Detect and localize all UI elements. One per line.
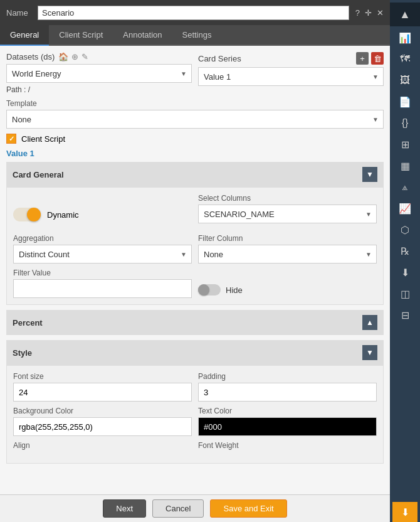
value1-label: Value 1: [6, 149, 384, 158]
datasets-select[interactable]: World Energy: [6, 64, 192, 83]
client-script-checkbox[interactable]: [6, 134, 16, 144]
card-general-header[interactable]: Card General ▼: [6, 162, 384, 187]
bg-color-label: Background Color: [13, 407, 192, 415]
select-columns-select[interactable]: SCENARIO_NAME: [198, 205, 377, 223]
close-icon[interactable]: ✕: [377, 8, 384, 18]
footer: Next Cancel Save and Exit: [0, 494, 390, 522]
text-color-label: Text Color: [198, 407, 377, 415]
datasets-label: Datasets (ds): [6, 52, 55, 61]
home-icon[interactable]: 🏠: [58, 52, 68, 61]
client-script-label: Client Script: [21, 134, 65, 144]
sidebar-doc-icon[interactable]: 📄: [392, 92, 417, 112]
name-input[interactable]: [38, 6, 349, 20]
text-color-input[interactable]: [198, 417, 377, 436]
sidebar-arrow-icon: ▲: [399, 8, 411, 21]
select-columns-label: Select Columns: [198, 194, 377, 203]
padding-label: Padding: [198, 372, 377, 381]
card-series-select[interactable]: Value 1: [198, 67, 384, 86]
path-display: Path : /: [6, 85, 192, 94]
tab-settings[interactable]: Settings: [172, 25, 222, 46]
aggregation-select[interactable]: Distinct Count: [13, 245, 192, 264]
percent-header[interactable]: Percent ▲: [6, 310, 384, 335]
sidebar-hierarchy-icon[interactable]: ⟁: [392, 177, 417, 197]
card-general-content: Dynamic Select Columns SCENARIO_NAME Agg…: [6, 187, 384, 305]
sidebar-image-icon[interactable]: 🖼: [392, 70, 417, 90]
dynamic-toggle[interactable]: [13, 208, 41, 221]
sidebar-map-icon[interactable]: 🗺: [392, 49, 417, 69]
percent-collapse-btn[interactable]: ▲: [362, 315, 377, 330]
card-general-label: Card General: [13, 170, 64, 179]
cancel-button[interactable]: Cancel: [152, 499, 204, 518]
client-script-row: Client Script: [6, 134, 384, 144]
edit-dataset-icon[interactable]: ✎: [81, 52, 88, 61]
save-exit-button[interactable]: Save and Exit: [210, 499, 286, 518]
right-sidebar: ▲ 📊 🗺 🖼 📄 {} ⊞ ▦ ⟁ 📈 ⬡ ℞ ⬇ ◫ ⊟ ⬇: [390, 0, 420, 522]
sidebar-orange-down-icon[interactable]: ⬇: [392, 502, 417, 522]
add-series-button[interactable]: +: [356, 52, 369, 65]
sidebar-layers-icon[interactable]: ◫: [392, 284, 417, 304]
add-dataset-icon[interactable]: ⊕: [71, 52, 78, 61]
tab-annotation[interactable]: Annotation: [113, 25, 172, 46]
filter-value-label: Filter Value: [13, 269, 192, 277]
aggregation-label: Aggregation: [13, 234, 192, 243]
sidebar-table-icon[interactable]: ▦: [392, 156, 417, 176]
sidebar-download-icon[interactable]: ⬇: [392, 262, 417, 282]
font-size-input[interactable]: [13, 383, 192, 402]
font-weight-label: Font Weight: [198, 441, 377, 450]
sidebar-top-icon[interactable]: ▲: [390, 3, 420, 26]
sidebar-rx-icon[interactable]: ℞: [392, 241, 417, 261]
name-label: Name: [6, 8, 31, 18]
sidebar-bar-chart-icon[interactable]: 📊: [392, 28, 417, 48]
padding-input[interactable]: [198, 383, 377, 402]
percent-label: Percent: [13, 318, 43, 328]
filter-column-label: Filter Column: [198, 234, 377, 243]
card-general-collapse-btn[interactable]: ▼: [362, 167, 377, 182]
filter-column-select[interactable]: None: [198, 245, 377, 264]
style-label: Style: [13, 348, 32, 358]
filter-value-input[interactable]: [13, 279, 192, 298]
header: Name ? ✛ ✕: [0, 0, 390, 25]
dynamic-label: Dynamic: [47, 210, 79, 220]
sidebar-chart2-icon[interactable]: 📈: [392, 198, 417, 218]
sidebar-grid-icon[interactable]: ⊞: [392, 134, 417, 154]
tab-client-script[interactable]: Client Script: [49, 25, 113, 46]
delete-series-button[interactable]: 🗑: [371, 52, 384, 65]
card-series-label: Card Series: [198, 54, 241, 63]
content-area: Datasets (ds) 🏠 ⊕ ✎ World Energy Path : …: [0, 46, 390, 494]
sidebar-grid2-icon[interactable]: ⊟: [392, 305, 417, 325]
template-label: Template: [6, 99, 384, 108]
tabs: General Client Script Annotation Setting…: [0, 25, 390, 46]
align-label: Align: [13, 441, 192, 450]
sidebar-code-icon[interactable]: {}: [392, 113, 417, 133]
bg-color-input[interactable]: [13, 417, 192, 436]
style-collapse-btn[interactable]: ▼: [362, 345, 377, 360]
template-select[interactable]: None: [6, 110, 384, 129]
font-size-label: Font size: [13, 372, 192, 381]
next-button[interactable]: Next: [103, 499, 146, 518]
hide-label: Hide: [226, 285, 243, 295]
help-icon[interactable]: ?: [355, 8, 360, 18]
style-content: Font size Padding Background Color: [6, 365, 384, 464]
sidebar-plugin-icon[interactable]: ⬡: [392, 220, 417, 240]
tab-general[interactable]: General: [0, 25, 49, 46]
style-header[interactable]: Style ▼: [6, 340, 384, 365]
hide-toggle[interactable]: [198, 284, 221, 296]
move-icon[interactable]: ✛: [365, 8, 372, 18]
